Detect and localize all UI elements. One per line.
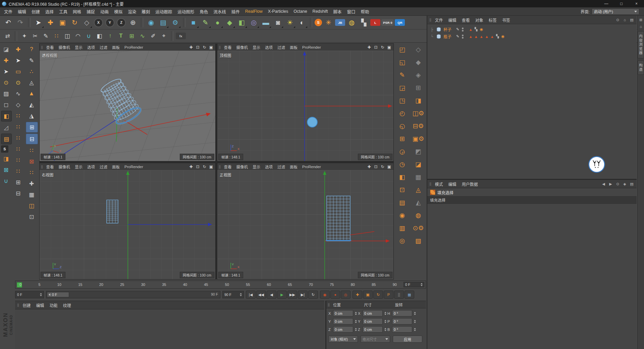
viewport-top[interactable]: ⣿ 查看摄像机显示选项过滤面板ProRender ✚⊡↻▣ <box>217 43 394 161</box>
menu-item[interactable]: 网格 <box>70 7 84 16</box>
command-gear-icon[interactable]: ▣⚙ <box>411 133 425 144</box>
object-row[interactable]: └ 瓶子 ✎ ▲▲▲▲▲▚◉ <box>427 33 637 40</box>
axis-center-icon[interactable]: ⌖ <box>159 31 169 41</box>
point-mode-icon[interactable]: ∴ <box>26 66 37 77</box>
selection-tag-icon[interactable]: ▲ <box>468 28 473 32</box>
move-tool-icon[interactable]: ✚ <box>13 44 23 54</box>
viewport-menu-item[interactable]: 显示 <box>72 45 85 50</box>
forward-icon[interactable]: ▶ <box>608 181 613 187</box>
command-icon[interactable]: ◨ <box>411 95 425 106</box>
drag-grip-icon[interactable]: ⣿ <box>219 165 221 168</box>
viewport-menu-item[interactable]: 摄像机 <box>56 45 73 50</box>
outline-select-icon[interactable]: ∷ <box>13 144 23 154</box>
menu-item[interactable]: 运动跟踪 <box>153 7 175 16</box>
stepper-icon[interactable] <box>384 312 387 315</box>
zoom-view-icon[interactable]: ⊡ <box>373 44 379 50</box>
command-icon[interactable]: ▦ <box>411 171 425 183</box>
command-gear-icon[interactable]: ◫⚙ <box>411 108 425 119</box>
delete-icon[interactable]: ⊠ <box>26 156 37 166</box>
stepper-icon[interactable] <box>414 312 416 315</box>
maximize-view-icon[interactable]: ▣ <box>386 164 392 169</box>
knife-icon[interactable]: ✂ <box>30 31 40 41</box>
menu-item[interactable]: 捕捉 <box>84 7 98 16</box>
menu-item[interactable]: 工具 <box>56 7 70 16</box>
menu-item[interactable]: 雕刻 <box>139 7 153 16</box>
size-field[interactable]: 0 cm <box>363 326 383 333</box>
live-selection-icon[interactable]: ➤ <box>33 17 44 28</box>
om-menu-item[interactable]: 对象 <box>473 17 486 23</box>
om-menu-item[interactable]: 编辑 <box>446 17 459 23</box>
menu-item[interactable]: 模拟 <box>111 7 125 16</box>
home-icon[interactable]: ⌂ <box>622 17 628 23</box>
make-editable-icon[interactable]: ⇄ <box>3 31 12 41</box>
size-field[interactable]: 0 cm <box>363 318 383 325</box>
xparticles-icon[interactable]: ✳ <box>323 17 334 28</box>
command-icon[interactable]: ◍ <box>411 210 425 221</box>
command-icon[interactable]: ◎ <box>395 235 409 246</box>
qr-icon[interactable]: QR <box>395 19 405 26</box>
rotation-field[interactable]: 0 ° <box>392 326 412 333</box>
matrix-icon[interactable]: ∷ <box>26 145 37 155</box>
texture-tag-icon[interactable]: ▚ <box>495 34 500 39</box>
viewport-canvas[interactable]: YZ <box>40 170 215 279</box>
record-position-button[interactable]: ✚ <box>353 291 362 299</box>
array-generator-icon[interactable]: ◆ <box>224 17 235 28</box>
interface-dropdown[interactable]: 启动 (用户) <box>592 8 639 15</box>
redo-icon[interactable]: ↷ <box>15 17 26 28</box>
edge-cut-icon[interactable]: ∷ <box>52 31 61 41</box>
command-icon[interactable]: ◆ <box>411 57 425 68</box>
menu-item[interactable]: 运动图形 <box>175 7 197 16</box>
viewport-menu-item[interactable]: 过滤 <box>275 164 287 169</box>
drag-grip-icon[interactable]: ⣿ <box>219 46 221 49</box>
menu-item[interactable]: Redshift <box>310 8 331 15</box>
undo-icon[interactable]: ↶ <box>3 17 14 28</box>
ring-select-icon[interactable]: ∷ <box>13 133 23 143</box>
cube-add-icon[interactable]: ⊞ <box>127 31 137 41</box>
stepper-icon[interactable] <box>414 328 416 331</box>
octane-icon[interactable]: ◍ <box>346 17 357 28</box>
paint-bucket-icon[interactable]: ◨ <box>1 154 11 164</box>
am-menu-item[interactable]: 模式 <box>432 181 446 187</box>
menu-item[interactable]: 脚本 <box>330 7 344 16</box>
camera-icon[interactable]: ◙ <box>272 17 283 28</box>
loop-cut-icon[interactable]: ◫ <box>62 31 72 41</box>
help-icon[interactable]: ? <box>26 44 37 54</box>
deformer-icon[interactable]: ◎ <box>248 17 259 28</box>
stepper-icon[interactable] <box>355 312 357 315</box>
sky-icon[interactable]: ◐ <box>297 17 308 28</box>
light-icon[interactable]: ☀ <box>284 17 296 28</box>
selection-tag-icon[interactable]: ▲ <box>468 35 473 39</box>
viewport-menu-item[interactable]: 显示 <box>72 164 85 169</box>
position-field[interactable]: 0 cm <box>333 318 353 325</box>
move-tool-icon[interactable]: ✚ <box>45 17 56 28</box>
menu-item[interactable]: 渲染 <box>125 7 139 16</box>
timeline-ruler[interactable]: 051015202530354045505560657075808590 0 F <box>15 281 426 289</box>
rotate-view-icon[interactable]: ↻ <box>380 164 385 169</box>
coord-mode-dropdown[interactable]: 对象 (相对) <box>328 336 358 343</box>
material-tag-icon[interactable]: ◉ <box>479 27 484 32</box>
command-icon[interactable]: ◩ <box>411 146 425 157</box>
mm-menu-item[interactable]: 纹理 <box>60 302 74 308</box>
selection-tag-icon[interactable]: ▲ <box>479 35 484 39</box>
panel-expand-icon[interactable]: ⊞ <box>638 17 644 22</box>
menu-item[interactable]: 动画 <box>98 7 111 16</box>
separator[interactable] <box>141 18 143 27</box>
workplane-magnet-icon[interactable]: ∪ <box>1 176 11 186</box>
start-frame-spinner[interactable]: 0 F <box>15 291 44 298</box>
polygon-pen-icon[interactable]: ✎ <box>41 31 51 41</box>
corner-mode-icon[interactable]: ◿ <box>1 122 11 133</box>
viewport-menu-item[interactable]: 摄像机 <box>56 164 73 169</box>
viewport-perspective[interactable]: ⣿ 查看摄像机显示选项过滤面板ProRender ✚⊡↻▣ <box>39 43 216 161</box>
weld-icon[interactable]: ⊡ <box>26 212 37 222</box>
viewport-front[interactable]: ⣿ 查看摄像机显示选项过滤面板ProRender ✚⊡↻▣ <box>217 163 394 280</box>
snap-icon[interactable]: S <box>1 145 8 153</box>
loop-select-icon[interactable]: ∷ <box>13 122 23 132</box>
pen-icon[interactable]: ✎ <box>26 55 37 65</box>
viewport-menu-item[interactable]: 查看 <box>44 45 56 50</box>
y-lock-button[interactable]: Y <box>105 18 114 27</box>
command-icon[interactable]: ✎ <box>395 69 409 81</box>
stepper-icon[interactable] <box>414 320 416 323</box>
record-scale-button[interactable]: ▣ <box>363 291 373 299</box>
command-icon[interactable]: ▥ <box>395 222 409 234</box>
normals-icon[interactable]: ◭ <box>26 100 37 110</box>
